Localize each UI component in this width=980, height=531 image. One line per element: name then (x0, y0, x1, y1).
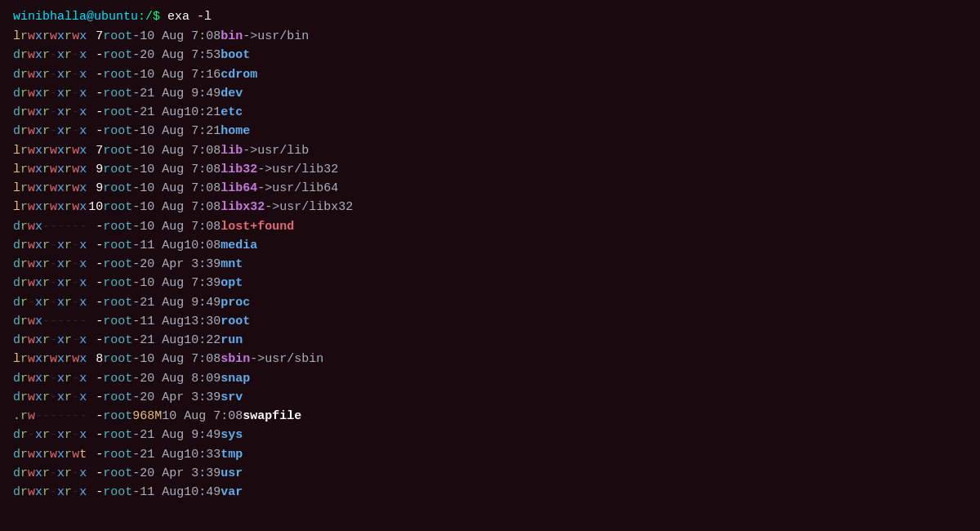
list-item: drwxr-xr-x - root - 11 Aug 10:49 var (13, 483, 967, 502)
list-item: drwx------ - root - 10 Aug 7:08 lost+fou… (13, 217, 967, 236)
list-item: drwxrwxrwt - root - 21 Aug 10:33 tmp (13, 445, 967, 464)
list-item: drwxr-xr-x - root - 20 Aug 8:09 snap (13, 369, 967, 388)
list-item: drwxr-xr-x - root - 21 Aug 9:49 dev (13, 84, 967, 103)
list-item: drwxr-xr-x - root - 10 Aug 7:39 opt (13, 274, 967, 292)
list-item: dr-xr-xr-x - root - 21 Aug 9:49 proc (13, 293, 967, 312)
list-item: lrwxrwxrwx 8 root - 10 Aug 7:08 sbin -> … (13, 350, 967, 368)
list-item: lrwxrwxrwx 10 root - 10 Aug 7:08 libx32 … (13, 198, 967, 216)
list-item: drwxr-xr-x - root - 20 Apr 3:39 usr (13, 464, 967, 483)
list-item: drwxr-xr-x - root - 10 Aug 7:21 home (13, 122, 967, 141)
list-item: drwx------ - root - 11 Aug 13:30 root (13, 312, 967, 331)
list-item: drwxr-xr-x - root - 11 Aug 10:08 media (13, 236, 967, 255)
terminal: winibhalla@ubuntu:/$ exa -l lrwxrwxrwx 7… (0, 0, 980, 531)
file-list: lrwxrwxrwx 7 root - 10 Aug 7:08 bin -> u… (13, 27, 967, 502)
list-item: lrwxrwxrwx 9 root - 10 Aug 7:08 lib32 ->… (13, 160, 967, 179)
list-item: drwxr-xr-x - root - 20 Apr 3:39 mnt (13, 255, 967, 274)
list-item: drwxr-xr-x - root - 10 Aug 7:16 cdrom (13, 65, 967, 84)
prompt-user: winibhalla@ubuntu (13, 10, 138, 24)
list-item: dr-xr-xr-x - root - 21 Aug 9:49 sys (13, 426, 967, 444)
list-item: lrwxrwxrwx 7 root - 10 Aug 7:08 bin -> u… (13, 27, 967, 46)
list-item: drwxr-xr-x - root - 20 Apr 3:39 srv (13, 388, 967, 407)
prompt-cmd: exa -l (167, 10, 212, 24)
list-item: .rw------- - root 968M 10 Aug 7:08 swapf… (13, 407, 967, 426)
list-item: drwxr-xr-x - root - 21 Aug 10:22 run (13, 331, 967, 350)
list-item: lrwxrwxrwx 9 root - 10 Aug 7:08 lib64 ->… (13, 179, 967, 198)
prompt-path: :/$ (138, 10, 167, 24)
list-item: drwxr-xr-x - root - 20 Aug 7:53 boot (13, 46, 967, 65)
prompt-line: winibhalla@ubuntu:/$ exa -l (13, 10, 967, 24)
list-item: drwxr-xr-x - root - 21 Aug 10:21 etc (13, 103, 967, 122)
list-item: lrwxrwxrwx 7 root - 10 Aug 7:08 lib -> u… (13, 141, 967, 160)
